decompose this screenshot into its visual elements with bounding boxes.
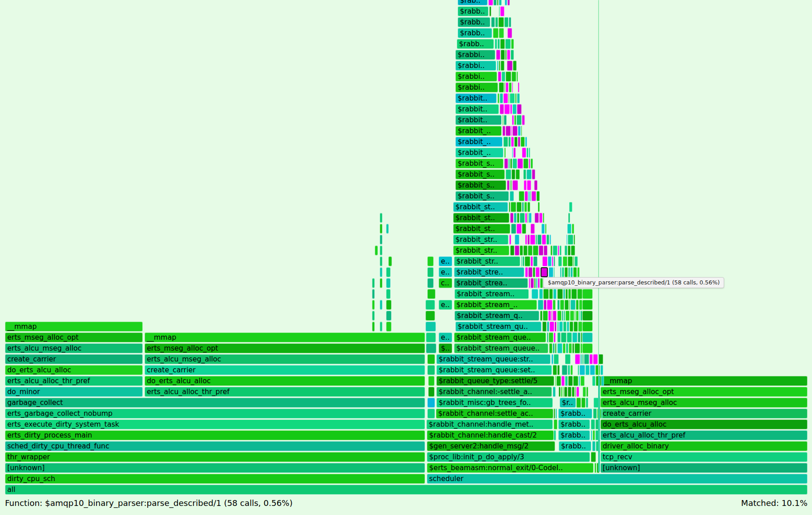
flame-frame-sliver[interactable] xyxy=(568,267,570,277)
flame-frame[interactable]: [unknown] xyxy=(5,463,425,473)
flame-frame-sliver[interactable] xyxy=(523,159,528,168)
flame-frame-sliver[interactable] xyxy=(580,354,582,364)
flame-frame[interactable]: $rabb.. xyxy=(458,17,490,27)
flame-frame-sliver[interactable] xyxy=(569,300,570,310)
flame-frame[interactable] xyxy=(427,354,435,364)
flame-frame-sliver[interactable] xyxy=(580,311,582,321)
flame-frame-sliver[interactable] xyxy=(500,39,505,49)
flame-frame[interactable]: $rabbit.. xyxy=(455,115,502,125)
flame-frame-sliver[interactable] xyxy=(581,332,582,342)
flame-frame-match-sliver[interactable] xyxy=(561,376,565,386)
flame-frame-sliver[interactable] xyxy=(554,409,555,419)
flame-frame[interactable] xyxy=(388,256,392,266)
flame-frame-match-sliver[interactable] xyxy=(555,322,556,332)
flame-frame-sliver[interactable] xyxy=(499,61,500,71)
flame-frame-sliver[interactable] xyxy=(518,126,521,136)
flame-frame-sliver[interactable] xyxy=(533,245,538,255)
flame-frame[interactable]: $rabbit_s.. xyxy=(455,169,505,179)
flame-frame-sliver[interactable] xyxy=(566,343,568,353)
flame-frame-sliver[interactable] xyxy=(601,409,603,419)
flame-frame-sliver[interactable] xyxy=(511,180,512,190)
flame-frame-match-sliver[interactable] xyxy=(593,354,598,364)
flame-frame-sliver[interactable] xyxy=(499,28,504,38)
flame-frame-sliver[interactable] xyxy=(563,387,564,397)
flame-frame-sliver[interactable] xyxy=(495,17,498,27)
flame-frame-sliver[interactable] xyxy=(577,289,582,299)
flame-frame-sliver[interactable] xyxy=(523,169,526,179)
flame-frame-sliver[interactable] xyxy=(493,28,498,38)
flame-frame-sliver[interactable] xyxy=(562,311,563,321)
flame-frame-sliver[interactable] xyxy=(512,104,517,114)
flame-frame-match-sliver[interactable] xyxy=(544,300,546,310)
flame-frame[interactable]: $rabbit_s.. xyxy=(455,159,503,168)
flame-frame-sliver[interactable] xyxy=(506,169,511,179)
flame-frame-sliver[interactable] xyxy=(570,311,574,321)
flame-frame[interactable] xyxy=(386,289,391,299)
flame-frame-match-sliver[interactable] xyxy=(522,148,526,158)
flame-frame[interactable]: $rabbit_misc:gb_trees_fo.. xyxy=(436,398,553,408)
flame-frame-sliver[interactable] xyxy=(568,365,570,375)
flame-frame-sliver[interactable] xyxy=(559,387,561,397)
flame-frame-match-sliver[interactable] xyxy=(539,213,542,223)
flame-frame-match-sliver[interactable] xyxy=(576,387,579,397)
flame-frame[interactable] xyxy=(427,398,435,408)
flame-frame[interactable]: $rabbit_strea.. xyxy=(454,278,528,288)
flame-frame[interactable]: $rabbit_st.. xyxy=(453,202,508,212)
flame-frame[interactable]: erts_mseg_alloc_opt xyxy=(145,343,425,353)
flame-frame-sliver[interactable] xyxy=(553,343,555,353)
flame-frame[interactable]: do_erts_alcu_alloc xyxy=(600,419,807,429)
flame-frame-sliver[interactable] xyxy=(575,343,580,353)
flame-frame[interactable] xyxy=(372,278,375,288)
flame-frame-sliver[interactable] xyxy=(559,322,563,332)
flame-frame-sliver[interactable] xyxy=(511,224,516,234)
flame-frame[interactable] xyxy=(386,322,392,332)
flame-frame-sliver[interactable] xyxy=(509,202,510,212)
flame-frame-sliver[interactable] xyxy=(590,365,595,375)
flame-frame[interactable]: $rabbit_stream_queue:set.. xyxy=(436,365,552,375)
flame-frame[interactable]: erts_alcu_mseg_alloc xyxy=(5,343,143,353)
flame-frame-sliver[interactable] xyxy=(502,72,505,82)
flame-frame-sliver[interactable] xyxy=(568,213,570,223)
flame-frame[interactable]: $rabbit_stream_queue:str.. xyxy=(436,354,551,364)
flame-frame-match-sliver[interactable] xyxy=(506,82,508,92)
flame-frame[interactable] xyxy=(380,278,382,288)
flame-frame-sliver[interactable] xyxy=(536,235,537,245)
flame-frame[interactable]: erts_execute_dirty_system_task xyxy=(5,419,425,429)
flame-frame-sliver[interactable] xyxy=(591,452,596,462)
flame-frame-sliver[interactable] xyxy=(557,365,560,375)
flame-frame[interactable] xyxy=(428,376,435,386)
flame-frame-match-sliver[interactable] xyxy=(542,235,546,245)
flame-frame[interactable] xyxy=(380,213,382,223)
flame-frame-match-sliver[interactable] xyxy=(518,137,520,147)
flame-frame-match-sliver[interactable] xyxy=(518,82,519,92)
flame-frame[interactable] xyxy=(427,278,434,288)
flame-frame-sliver[interactable] xyxy=(521,126,522,136)
flame-frame[interactable] xyxy=(427,256,434,266)
flame-frame-sliver[interactable] xyxy=(517,213,519,223)
flame-frame[interactable]: $rabbit_stream_qu.. xyxy=(455,322,541,332)
flame-frame-sliver[interactable] xyxy=(512,72,516,82)
flame-frame-sliver[interactable] xyxy=(553,300,556,310)
flame-frame[interactable]: tcp_recv xyxy=(600,452,807,462)
flame-frame-sliver[interactable] xyxy=(579,376,580,386)
flame-frame-sliver[interactable] xyxy=(504,17,508,27)
flame-frame[interactable]: garbage_collect xyxy=(5,398,425,408)
flame-frame-sliver[interactable] xyxy=(523,245,527,255)
flame-frame-match-sliver[interactable] xyxy=(536,267,540,277)
flame-frame-sliver[interactable] xyxy=(578,322,582,332)
flame-frame-sliver[interactable] xyxy=(499,6,500,16)
flame-frame-match-sliver[interactable] xyxy=(530,235,535,245)
flame-frame-sliver[interactable] xyxy=(560,245,561,255)
flame-frame[interactable]: $rabbi.. xyxy=(455,50,495,60)
flame-frame-match-sliver[interactable] xyxy=(517,104,522,114)
flame-frame[interactable] xyxy=(380,235,382,245)
flame-frame[interactable]: $rabbit_stream_queue.. xyxy=(454,343,548,353)
flame-frame-sliver[interactable] xyxy=(561,332,566,342)
flame-frame[interactable] xyxy=(582,311,593,321)
flame-frame-match-sliver[interactable] xyxy=(529,159,530,168)
flame-frame-match-sliver[interactable] xyxy=(488,0,493,5)
flame-frame-sliver[interactable] xyxy=(572,343,574,353)
flame-frame-sliver[interactable] xyxy=(594,463,596,473)
flame-frame-match-sliver[interactable] xyxy=(512,115,514,125)
flame-frame-sliver[interactable] xyxy=(498,39,500,49)
